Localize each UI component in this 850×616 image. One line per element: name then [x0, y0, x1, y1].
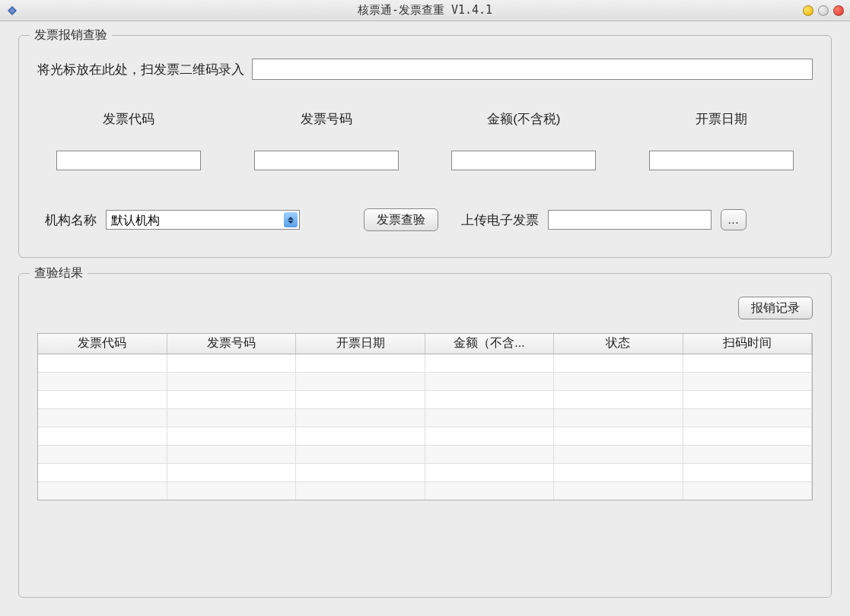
org-select[interactable]: 默认机构 — [106, 210, 300, 230]
result-actions-row: 报销记录 — [37, 297, 813, 319]
history-button[interactable]: 报销记录 — [738, 297, 813, 319]
invoice-number-input[interactable] — [254, 151, 399, 170]
action-row: 机构名称 默认机构 发票查验 上传电子发票 ... — [37, 208, 813, 239]
upload-path-input[interactable] — [548, 210, 712, 230]
app-window: 核票通-发票查重 V1.4.1 发票报销查验 将光标放在此处，扫发票二维码录入 … — [0, 0, 850, 616]
minimize-button[interactable] — [803, 5, 813, 16]
invoice-number-field: 发票号码 — [243, 110, 410, 170]
scan-label: 将光标放在此处，扫发票二维码录入 — [37, 61, 244, 78]
result-table-wrap[interactable]: 发票代码 发票号码 开票日期 金额（不含... 状态 扫码时间 — [37, 333, 813, 500]
invoice-code-label: 发票代码 — [103, 110, 154, 128]
app-icon — [6, 5, 18, 17]
table-row[interactable] — [38, 372, 812, 390]
upload-label: 上传电子发票 — [461, 211, 539, 229]
scan-row: 将光标放在此处，扫发票二维码录入 — [37, 59, 813, 80]
issue-date-label: 开票日期 — [696, 110, 747, 128]
titlebar: 核票通-发票查重 V1.4.1 — [0, 0, 850, 21]
invoice-code-field: 发票代码 — [45, 110, 212, 170]
window-controls — [803, 5, 844, 16]
table-row[interactable] — [38, 463, 812, 481]
result-table-body — [38, 354, 812, 500]
browse-button[interactable]: ... — [721, 209, 747, 230]
result-table: 发票代码 发票号码 开票日期 金额（不含... 状态 扫码时间 — [38, 334, 812, 500]
verify-button[interactable]: 发票查验 — [364, 208, 438, 231]
org-combo-wrapper: 默认机构 — [106, 210, 300, 230]
result-groupbox-title: 查验结果 — [30, 265, 88, 281]
inspect-groupbox-title: 发票报销查验 — [30, 27, 112, 43]
invoice-code-input[interactable] — [56, 151, 201, 170]
inspect-groupbox: 发票报销查验 将光标放在此处，扫发票二维码录入 发票代码 发票号码 金额(不含税… — [18, 35, 832, 258]
amount-label: 金额(不含税) — [487, 110, 560, 128]
amount-field: 金额(不含税) — [441, 110, 608, 170]
close-button[interactable] — [833, 5, 844, 16]
col-scan-time[interactable]: 扫码时间 — [683, 334, 811, 354]
col-status[interactable]: 状态 — [554, 334, 683, 354]
invoice-number-label: 发票号码 — [301, 110, 352, 128]
table-row[interactable] — [38, 408, 812, 427]
table-row[interactable] — [38, 445, 812, 463]
table-row[interactable] — [38, 427, 812, 445]
table-row[interactable] — [38, 354, 812, 372]
issue-date-field: 开票日期 — [638, 110, 805, 170]
result-groupbox: 查验结果 报销记录 发票代码 发票号码 开票日期 金额（不含... 状态 扫码时… — [18, 273, 832, 598]
col-issue-date[interactable]: 开票日期 — [296, 334, 425, 354]
scan-input[interactable] — [252, 59, 813, 80]
table-row[interactable] — [38, 390, 812, 408]
maximize-button[interactable] — [818, 5, 829, 16]
fields-row: 发票代码 发票号码 金额(不含税) 开票日期 — [37, 110, 813, 170]
window-title: 核票通-发票查重 V1.4.1 — [358, 3, 492, 17]
col-invoice-number[interactable]: 发票号码 — [167, 334, 295, 354]
table-row[interactable] — [38, 481, 812, 500]
content-area: 发票报销查验 将光标放在此处，扫发票二维码录入 发票代码 发票号码 金额(不含税… — [0, 21, 850, 616]
org-label: 机构名称 — [45, 211, 97, 229]
amount-input[interactable] — [451, 151, 596, 170]
col-amount[interactable]: 金额（不含... — [425, 334, 553, 354]
col-invoice-code[interactable]: 发票代码 — [38, 334, 167, 354]
issue-date-input[interactable] — [649, 151, 794, 170]
